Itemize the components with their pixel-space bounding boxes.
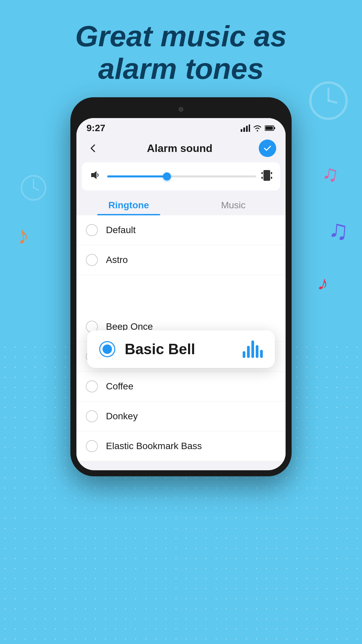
- status-icons: [241, 124, 276, 132]
- svg-rect-9: [249, 124, 250, 132]
- music-note-orange: ♪: [14, 220, 31, 250]
- tab-ringtone[interactable]: Ringtone: [76, 193, 181, 215]
- phone-mockup: 9:27: [70, 97, 292, 476]
- volume-low-icon: [90, 169, 102, 184]
- svg-rect-17: [261, 177, 263, 179]
- item-label-coffee: Coffee: [106, 381, 133, 392]
- ringtone-list: Default Astro: [76, 215, 286, 275]
- list-item[interactable]: Donkey: [76, 401, 286, 431]
- volume-row: [82, 162, 280, 191]
- wave-bar-5: [260, 350, 263, 358]
- svg-rect-19: [271, 177, 272, 179]
- list-item[interactable]: Astro: [76, 245, 286, 275]
- wave-bar-1: [243, 351, 245, 358]
- svg-rect-13: [265, 126, 273, 130]
- volume-slider[interactable]: [107, 175, 256, 177]
- svg-rect-14: [91, 173, 94, 177]
- radio-basic-bell-fill: [103, 344, 112, 354]
- svg-rect-7: [243, 127, 245, 132]
- status-bar: 9:27: [76, 118, 286, 136]
- vibrate-icon: [261, 169, 272, 184]
- svg-point-10: [257, 130, 258, 131]
- svg-rect-6: [241, 129, 242, 132]
- clock-decoration-left: [20, 174, 47, 201]
- wave-bar-4: [256, 345, 258, 358]
- radio-basic-bell[interactable]: [99, 341, 115, 357]
- signal-icon: [241, 124, 250, 132]
- wifi-icon: [253, 124, 262, 132]
- header-title: Alarm sound: [147, 142, 213, 155]
- basic-bell-spacer: [76, 275, 286, 312]
- status-time: 9:27: [86, 123, 105, 133]
- tabs-row: Ringtone Music: [76, 193, 286, 215]
- check-icon: [263, 144, 272, 153]
- item-label-astro: Astro: [106, 255, 128, 265]
- headline-line2: alarm tones: [98, 52, 264, 85]
- svg-rect-8: [246, 126, 248, 132]
- list-item[interactable]: Default: [76, 215, 286, 245]
- basic-bell-label: Basic Bell: [125, 341, 243, 358]
- tab-music[interactable]: Music: [181, 193, 286, 215]
- basic-bell-selected-card[interactable]: Basic Bell: [87, 330, 275, 368]
- radio-coffee[interactable]: [86, 380, 98, 392]
- clock-decoration-right: [308, 80, 349, 121]
- music-note-blue: ♫: [327, 214, 350, 247]
- svg-rect-16: [261, 172, 263, 174]
- radio-donkey[interactable]: [86, 410, 98, 422]
- wave-bar-3: [251, 340, 254, 358]
- wave-bar-2: [247, 346, 250, 358]
- music-note-pink: ♫: [320, 160, 341, 187]
- phone-notch: [147, 103, 215, 115]
- radio-astro[interactable]: [86, 254, 98, 266]
- headline-line1: Great music as: [75, 19, 287, 53]
- app-header: Alarm sound: [76, 136, 286, 162]
- svg-line-5: [34, 188, 38, 190]
- svg-rect-18: [271, 172, 272, 174]
- svg-rect-12: [274, 127, 275, 129]
- list-item[interactable]: Coffee: [76, 372, 286, 401]
- headline: Great music as alarm tones: [0, 20, 362, 85]
- svg-rect-15: [263, 170, 270, 181]
- item-label-elastic: Elastic Bookmark Bass: [106, 441, 202, 451]
- back-button[interactable]: [86, 141, 101, 156]
- list-item[interactable]: Elastic Bookmark Bass: [76, 431, 286, 461]
- phone-screen: 9:27: [76, 118, 286, 470]
- item-label-default: Default: [106, 225, 136, 235]
- confirm-button[interactable]: [259, 140, 276, 157]
- camera-dot: [179, 107, 183, 112]
- waveform-icon: [243, 340, 263, 358]
- svg-line-2: [328, 101, 337, 103]
- slider-fill: [107, 175, 167, 177]
- item-label-donkey: Donkey: [106, 411, 138, 422]
- back-arrow-icon: [88, 144, 98, 153]
- slider-thumb[interactable]: [163, 172, 171, 180]
- music-note-red: ♪: [316, 271, 331, 296]
- battery-icon: [265, 125, 276, 131]
- radio-default[interactable]: [86, 224, 98, 236]
- radio-elastic[interactable]: [86, 440, 98, 452]
